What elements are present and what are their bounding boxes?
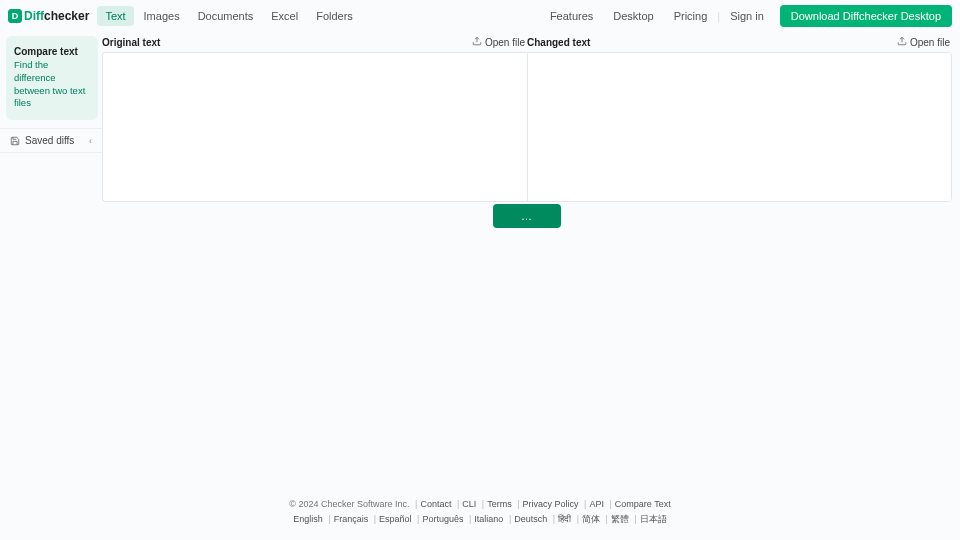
original-textarea[interactable] xyxy=(103,53,527,201)
footer-api[interactable]: API xyxy=(589,499,604,509)
footer-compare-text[interactable]: Compare Text xyxy=(615,499,671,509)
app-header: D Diffchecker Text Images Documents Exce… xyxy=(0,0,960,32)
original-header: Original text Open file xyxy=(102,32,527,52)
lang-simplified-chinese[interactable]: 简体 xyxy=(582,514,600,524)
lang-deutsch[interactable]: Deutsch xyxy=(514,514,547,524)
diff-row: Original text Open file Changed text xyxy=(102,32,952,202)
changed-column: Changed text Open file xyxy=(527,32,952,202)
header-right: Features Desktop Pricing | Sign in Downl… xyxy=(540,5,952,27)
find-difference-button[interactable]: … xyxy=(493,204,561,228)
header-left: D Diffchecker Text Images Documents Exce… xyxy=(8,6,361,26)
lang-portugues[interactable]: Português xyxy=(422,514,463,524)
footer-terms[interactable]: Terms xyxy=(487,499,512,509)
nav-tab-text[interactable]: Text xyxy=(97,6,133,26)
find-button-row: … xyxy=(102,204,952,228)
changed-header: Changed text Open file xyxy=(527,32,952,52)
logo-diff: Diff xyxy=(24,9,44,23)
main-layout: Compare text Find the difference between… xyxy=(0,32,960,540)
saved-diffs-toggle[interactable]: Saved diffs ‹ xyxy=(0,128,102,153)
changed-textarea-wrap xyxy=(527,52,952,202)
lang-italiano[interactable]: Italiano xyxy=(474,514,503,524)
link-features[interactable]: Features xyxy=(540,6,603,26)
lang-japanese[interactable]: 日本語 xyxy=(640,514,667,524)
nav-tab-folders[interactable]: Folders xyxy=(308,6,361,26)
upload-icon xyxy=(897,36,907,48)
sidebar-title: Compare text xyxy=(14,46,90,57)
link-signin[interactable]: Sign in xyxy=(720,6,774,26)
saved-diffs-label: Saved diffs xyxy=(25,135,74,146)
lang-espanol[interactable]: Español xyxy=(379,514,412,524)
footer-cli[interactable]: CLI xyxy=(462,499,476,509)
link-pricing[interactable]: Pricing xyxy=(664,6,718,26)
open-file-label: Open file xyxy=(485,37,525,48)
lang-hindi[interactable]: हिंदी xyxy=(558,514,571,524)
footer-contact[interactable]: Contact xyxy=(420,499,451,509)
logo-badge-icon: D xyxy=(8,9,22,23)
changed-label: Changed text xyxy=(527,37,590,48)
chevron-left-icon: ‹ xyxy=(89,136,92,146)
nav-tab-excel[interactable]: Excel xyxy=(263,6,306,26)
sidebar-compare-panel: Compare text Find the difference between… xyxy=(6,36,98,120)
open-file-original[interactable]: Open file xyxy=(472,36,525,48)
original-label: Original text xyxy=(102,37,160,48)
sidebar: Compare text Find the difference between… xyxy=(0,32,102,540)
nav-tab-documents[interactable]: Documents xyxy=(190,6,262,26)
sidebar-desc: Find the difference between two text fil… xyxy=(14,59,90,110)
logo[interactable]: D Diffchecker xyxy=(8,9,89,23)
upload-icon xyxy=(472,36,482,48)
disk-icon xyxy=(10,136,20,146)
nav-tab-images[interactable]: Images xyxy=(136,6,188,26)
logo-checker: checker xyxy=(44,9,89,23)
link-desktop[interactable]: Desktop xyxy=(603,6,663,26)
lang-traditional-chinese[interactable]: 繁體 xyxy=(611,514,629,524)
original-column: Original text Open file xyxy=(102,32,527,202)
open-file-label: Open file xyxy=(910,37,950,48)
main-content: Original text Open file Changed text xyxy=(102,32,960,540)
original-textarea-wrap xyxy=(102,52,527,202)
footer-line-2: English |Français |Español |Português |I… xyxy=(0,513,960,527)
changed-textarea[interactable] xyxy=(528,53,951,201)
footer-privacy[interactable]: Privacy Policy xyxy=(523,499,579,509)
footer-copyright: © 2024 Checker Software Inc. xyxy=(289,499,409,509)
lang-francais[interactable]: Français xyxy=(334,514,369,524)
footer: © 2024 Checker Software Inc. |Contact |C… xyxy=(0,498,960,526)
nav-tabs: Text Images Documents Excel Folders xyxy=(97,6,361,26)
footer-line-1: © 2024 Checker Software Inc. |Contact |C… xyxy=(0,498,960,512)
open-file-changed[interactable]: Open file xyxy=(897,36,950,48)
lang-english[interactable]: English xyxy=(293,514,323,524)
download-desktop-button[interactable]: Download Diffchecker Desktop xyxy=(780,5,952,27)
